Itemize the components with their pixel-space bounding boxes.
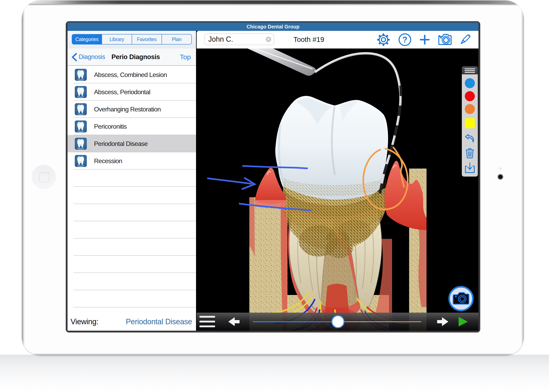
svg-text:?: ? <box>402 35 408 44</box>
